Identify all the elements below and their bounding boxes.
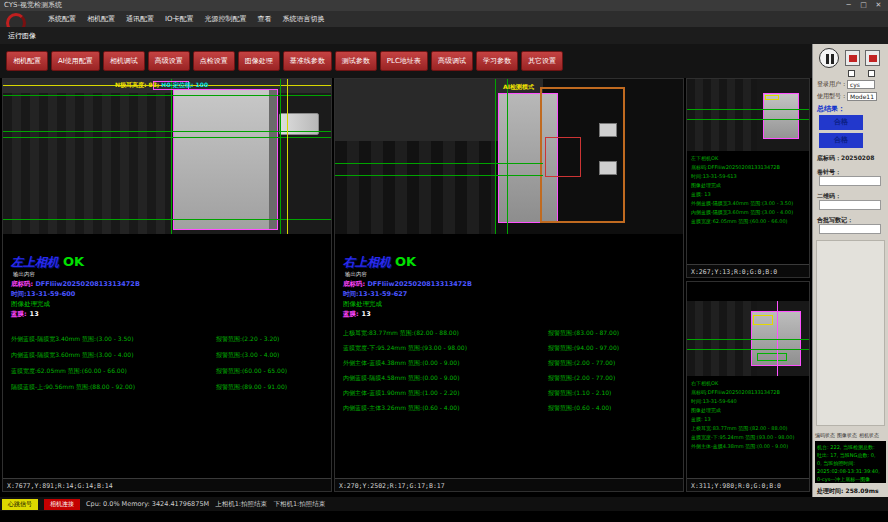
battery-cell-region bbox=[173, 89, 278, 230]
green-reference-line bbox=[3, 137, 331, 138]
menu-item-language[interactable]: 系统语言切换 bbox=[283, 14, 325, 24]
measurement-row: 内侧蓝膜-主体3.26mm 范围:(0.60 - 4.00) 报警范围:(0.6… bbox=[343, 404, 679, 419]
green-reference-line bbox=[687, 119, 809, 120]
toolbar-camera-config-button[interactable]: 相机配置 bbox=[6, 51, 48, 71]
bottom-code-label: 底标码： bbox=[817, 154, 841, 161]
result-line: 时间:13-31-59-640 bbox=[691, 398, 807, 407]
right-sidebar: 登录用户：cys 使用型号：Mode11 总结果： 合格 合格 底标码：2025… bbox=[812, 44, 888, 497]
measurement-row: 上极耳宽:83.77mm 范围:(82.00 - 88.00) 报警范围:(83… bbox=[343, 329, 679, 344]
maximize-button[interactable]: □ bbox=[856, 0, 871, 11]
alarm-range: 报警范围:(2.00 - 77.00) bbox=[548, 359, 615, 374]
camera-image-top-right[interactable]: AI检测模式 bbox=[335, 79, 683, 234]
model-field[interactable]: Mode11 bbox=[847, 92, 877, 101]
barcode-line: 底标码: DFFIiiw2025020813313472B bbox=[343, 280, 472, 289]
measurement-value: 内侧主体-蓝膜1.90mm 范围:(1.00 - 2.20) bbox=[343, 389, 548, 404]
overlay-height-text: N极耳高度: 93; bbox=[115, 81, 159, 88]
camera-panel-bottom-right: 右下相机OK 底标码:DFFIiiw2025020813313472B 时间:1… bbox=[686, 281, 810, 492]
bright-feature bbox=[599, 161, 617, 175]
close-button[interactable]: ✕ bbox=[871, 0, 886, 11]
barcode-label: 底标码: bbox=[343, 280, 365, 288]
toolbar-ai-config-button[interactable]: AI使用配置 bbox=[51, 51, 100, 71]
toolbar-plc-address-button[interactable]: PLC地址表 bbox=[380, 51, 428, 71]
window-controls: ─ □ ✕ bbox=[841, 0, 886, 11]
menu-item-light-config[interactable]: 光源控制配置 bbox=[205, 14, 247, 24]
process-time-readout: 处理时间: 258.09ms bbox=[817, 487, 878, 496]
bright-feature bbox=[599, 123, 617, 137]
measurement-list: 外侧蓝膜-隔膜宽3.40mm 范围:(3.00 - 3.50) 报警范围:(2.… bbox=[11, 335, 327, 399]
snapshot-icon-glyph bbox=[849, 55, 857, 62]
green-reference-line bbox=[687, 109, 809, 110]
login-user-field[interactable]: cys bbox=[847, 80, 875, 89]
barcode-value: DFFIiiw2025020813313472B bbox=[35, 280, 139, 288]
result-status-box: 合格 bbox=[819, 133, 863, 148]
alarm-range: 报警范围:(2.00 - 77.00) bbox=[548, 374, 615, 389]
pause-button[interactable] bbox=[819, 48, 839, 68]
snapshot-checkbox[interactable] bbox=[848, 70, 855, 77]
toolbar-image-process-button[interactable]: 图像处理 bbox=[238, 51, 280, 71]
measurement-value: 蓝膜宽度:62.05mm 范围:(60.00 - 66.00) bbox=[11, 367, 216, 383]
result-line: 底标码:DFFIiiw2025020813313472B bbox=[691, 164, 807, 173]
snapshot-icon[interactable] bbox=[845, 50, 860, 66]
tab-camera-status[interactable]: 相机状态 bbox=[859, 432, 879, 438]
menu-item-camera-config[interactable]: 相机配置 bbox=[87, 14, 115, 24]
camera-image-bottom-left[interactable] bbox=[687, 79, 809, 151]
measurement-row: 蓝膜宽度:62.05mm 范围:(60.00 - 66.00) 报警范围:(60… bbox=[11, 367, 327, 383]
result-status-box: 合格 bbox=[819, 115, 863, 130]
tab-encode-status[interactable]: 编码状态 bbox=[815, 432, 835, 438]
camera-name-label: 右上相机 bbox=[343, 255, 391, 269]
film-count-line: 蓝膜:13 bbox=[343, 310, 371, 319]
measurement-value: 上极耳宽:83.77mm 范围:(82.00 - 88.00) bbox=[343, 329, 548, 344]
film-label: 蓝膜: bbox=[343, 310, 359, 318]
toolbar-baseline-params-button[interactable]: 基准线参数 bbox=[283, 51, 332, 71]
result-line: 上极耳宽:83.77mm 范围:(82.00 - 88.00) bbox=[691, 425, 807, 434]
alarm-range: 报警范围:(83.00 - 87.00) bbox=[548, 329, 619, 344]
toolbar-advanced-debug-button[interactable]: 高级调试 bbox=[431, 51, 473, 71]
menu-item-io-config[interactable]: IO卡配置 bbox=[165, 14, 194, 24]
camera-image-top-left[interactable]: N极耳高度: 93; H0-定位线: 100 bbox=[3, 79, 331, 234]
menu-item-view[interactable]: 查看 bbox=[258, 14, 272, 24]
cpu-memory-readout: Cpu: 0.0% Memory: 3424.41796875M bbox=[86, 500, 209, 508]
camera-image-bottom-right[interactable] bbox=[687, 301, 809, 376]
toolbar-test-params-button[interactable]: 测试参数 bbox=[335, 51, 377, 71]
process-status: 图像处理完成 bbox=[11, 300, 50, 309]
result-line: 右下相机OK bbox=[691, 380, 807, 389]
record-icon[interactable] bbox=[865, 50, 880, 66]
pause-icon bbox=[826, 54, 829, 64]
process-status: 图像处理完成 bbox=[343, 300, 382, 309]
camera-panel-top-right: AI检测模式 右上相机OK 输出内容 底标码: DFFIiiw202502081… bbox=[334, 78, 684, 492]
capture-time: 时间:13-31-59-627 bbox=[343, 290, 407, 299]
bottom-code-value: 20250208 bbox=[841, 154, 874, 161]
alarm-range: 报警范围:(2.20 - 3.20) bbox=[216, 335, 279, 351]
qr-code-field[interactable] bbox=[819, 200, 881, 210]
tab-run-image[interactable]: 运行图像 bbox=[8, 31, 36, 41]
capture-time: 时间:13-31-59-600 bbox=[11, 290, 75, 299]
batch-write-field[interactable] bbox=[819, 224, 881, 234]
menu-item-comm-config[interactable]: 通讯配置 bbox=[126, 14, 154, 24]
record-checkbox[interactable] bbox=[868, 70, 875, 77]
minimize-button[interactable]: ─ bbox=[841, 0, 856, 11]
toolbar-advanced-settings-button[interactable]: 高级设置 bbox=[148, 51, 190, 71]
menu-item-system-config[interactable]: 系统配置 bbox=[48, 14, 76, 24]
yellow-vertical-line bbox=[287, 79, 288, 234]
green-reference-line bbox=[3, 95, 331, 96]
record-icon-glyph bbox=[869, 55, 877, 62]
measurement-value: 隔膜蓝膜-上:90.56mm 范围:(88.00 - 92.00) bbox=[11, 383, 216, 399]
barcode-value: DFFIiiw2025020813313472B bbox=[367, 280, 471, 288]
stats-line: 0-cys一冲上底标一图像 bbox=[817, 475, 884, 483]
measurement-value: 内侧蓝膜-隔膜4.58mm 范围:(0.00 - 9.00) bbox=[343, 374, 548, 389]
toolbar-camera-debug-button[interactable]: 相机调试 bbox=[103, 51, 145, 71]
winding-pin-field[interactable] bbox=[819, 176, 881, 186]
output-label: 输出内容 bbox=[345, 271, 367, 278]
tab-image-status[interactable]: 图像状态 bbox=[837, 432, 857, 438]
sidebar-blank-area bbox=[816, 240, 885, 426]
toolbar-learning-params-button[interactable]: 学习参数 bbox=[476, 51, 518, 71]
toolbar-other-settings-button[interactable]: 其它设置 bbox=[521, 51, 563, 71]
toolbar-spot-check-button[interactable]: 点检设置 bbox=[193, 51, 235, 71]
image-overlay-text: N极耳高度: 93; H0-定位线: 100 bbox=[115, 81, 208, 90]
film-count-line: 蓝膜:13 bbox=[11, 310, 39, 319]
login-row: 登录用户：cys bbox=[817, 80, 885, 89]
machine-texture bbox=[687, 79, 757, 151]
overlay-line-text: H0-定位线: 100 bbox=[161, 81, 208, 88]
stats-line: 2025:02:08-13:31:39:40, bbox=[817, 467, 884, 475]
machine-texture bbox=[335, 141, 495, 234]
